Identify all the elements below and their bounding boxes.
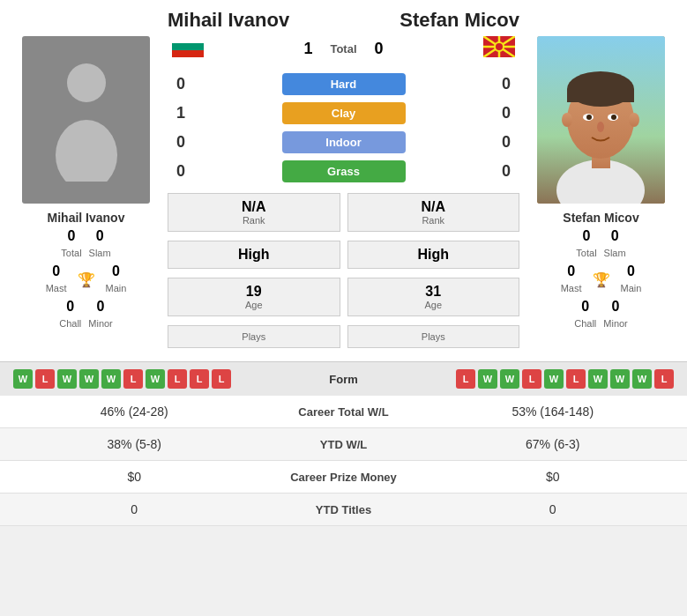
ytd-wl-row: 38% (5-8) YTD W/L 67% (6-3) [0, 428, 687, 461]
left-form-badge-w: W [101, 369, 121, 389]
grass-row: 0 Grass 0 [168, 157, 519, 186]
right-indoor-val: 0 [493, 133, 519, 152]
info-boxes: N/A Rank High 19 Age Plays [168, 193, 519, 348]
right-stats-row3: 0 Chall 0 Minor [574, 299, 628, 330]
svg-point-27 [629, 113, 639, 127]
left-main-label: Main [106, 283, 127, 293]
right-info-col: N/A Rank High 31 Age Plays [347, 193, 520, 348]
right-stats-row2: 0 Mast 🏆 0 Main [561, 263, 642, 295]
svg-point-23 [586, 115, 592, 120]
left-player-name: Mihail Ivanov [48, 211, 125, 225]
right-form-badge-w: W [588, 369, 608, 389]
left-form-badges: WLWWWLWLLL [13, 369, 231, 389]
clay-label: Clay [332, 107, 355, 120]
right-form-badge-w: W [544, 369, 564, 389]
left-form-badge-w: W [79, 369, 99, 389]
svg-point-26 [562, 113, 572, 127]
total-label: Total [330, 42, 356, 56]
left-high-box: High [168, 241, 340, 269]
right-player-photo [537, 36, 665, 204]
hard-badge: Hard [282, 73, 406, 95]
left-total-label: Total [61, 248, 81, 258]
form-label: Form [317, 373, 370, 386]
right-player-name: Stefan Micov [563, 211, 638, 225]
hard-row: 0 Hard 0 [168, 70, 519, 99]
left-form-badge-w: W [13, 369, 33, 389]
right-minor-value: 0 [603, 299, 628, 315]
right-hard-val: 0 [493, 75, 519, 93]
left-total-stat: 0 Total [61, 228, 81, 260]
right-main-value: 0 [621, 263, 642, 279]
left-age-val: 19 [177, 284, 331, 300]
grass-badge: Grass [282, 160, 406, 182]
svg-point-1 [56, 120, 117, 182]
left-minor-value: 0 [88, 299, 113, 315]
left-slam-stat: 0 Slam [89, 228, 111, 260]
prize-row: $0 Career Prize Money $0 [0, 461, 687, 494]
right-high-box: High [347, 241, 520, 269]
court-rows: 0 Hard 0 1 Clay 0 0 [168, 70, 519, 186]
left-stats-row2: 0 Mast 🏆 0 Main [46, 263, 127, 295]
indoor-row: 0 Indoor 0 [168, 128, 519, 157]
right-age-lbl: Age [357, 300, 511, 310]
left-player-panel: Mihail Ivanov 0 Total 0 Slam 0 Mast 🏆 [9, 36, 163, 348]
right-total-value: 0 [576, 228, 596, 244]
right-age-box: 31 Age [347, 278, 520, 316]
indoor-badge: Indoor [282, 131, 406, 153]
left-age-box: 19 Age [168, 278, 340, 316]
svg-point-14 [495, 42, 504, 51]
right-player-title: Stefan Micov [400, 9, 519, 31]
left-flag [172, 36, 204, 61]
right-total-label: Total [576, 248, 596, 258]
center-panel: 1 Total 0 [168, 36, 519, 348]
left-player-title: Mihail Ivanov [168, 9, 289, 31]
total-center-row: 1 Total 0 [303, 40, 383, 58]
right-minor-label: Minor [603, 318, 628, 329]
left-info-col: N/A Rank High 19 Age Plays [168, 193, 340, 348]
clay-row: 1 Clay 0 [168, 99, 519, 128]
left-form-badge-l: L [35, 369, 55, 389]
right-rank-lbl: Rank [357, 215, 511, 226]
right-slam-stat: 0 Slam [604, 228, 626, 260]
svg-rect-2 [172, 36, 204, 43]
indoor-label: Indoor [325, 136, 361, 149]
svg-rect-20 [567, 89, 634, 102]
left-minor-stat: 0 Minor [88, 299, 113, 330]
left-ytd-titles: 0 [13, 502, 256, 516]
left-hard-val: 0 [168, 75, 194, 93]
left-plays-lbl: Plays [177, 331, 331, 342]
left-grass-val: 0 [168, 162, 194, 181]
right-form-badge-l: L [654, 369, 674, 389]
right-form-badge-w: W [500, 369, 519, 389]
right-chall-value: 0 [574, 299, 596, 315]
left-prize: $0 [13, 470, 256, 484]
clay-badge: Clay [282, 102, 406, 124]
left-mast-label: Mast [46, 283, 67, 293]
left-high-val: High [177, 247, 331, 263]
bulgaria-flag-icon [172, 36, 204, 57]
left-plays-box: Plays [168, 325, 340, 348]
main-container: Mihail Ivanov Stefan Micov Mihail Ivanov [0, 0, 687, 526]
svg-rect-4 [172, 50, 204, 57]
right-player-panel: Stefan Micov 0 Total 0 Slam 0 Mast 🏆 [524, 36, 678, 348]
left-stats-row1: 0 Total 0 Slam [61, 228, 110, 260]
right-flag [483, 36, 515, 61]
right-form-badge-l: L [522, 369, 541, 389]
right-chall-stat: 0 Chall [574, 299, 596, 330]
left-form-badge-l: L [212, 369, 231, 389]
right-trophy-icon: 🏆 [593, 271, 610, 288]
right-main-label: Main [621, 283, 642, 293]
left-clay-val: 1 [168, 104, 194, 122]
left-chall-label: Chall [59, 318, 81, 329]
right-form-badge-l: L [456, 369, 475, 389]
right-mast-value: 0 [561, 263, 582, 279]
left-career-wl: 46% (24-28) [13, 404, 256, 419]
right-chall-label: Chall [574, 318, 596, 329]
left-rank-lbl: Rank [177, 215, 331, 226]
header-area: Mihail Ivanov Stefan Micov [0, 0, 687, 32]
right-slam-value: 0 [604, 228, 626, 244]
left-mast-value: 0 [46, 263, 67, 279]
left-mast-stat: 0 Mast [46, 263, 67, 295]
svg-point-25 [597, 122, 604, 132]
svg-point-24 [611, 115, 616, 120]
